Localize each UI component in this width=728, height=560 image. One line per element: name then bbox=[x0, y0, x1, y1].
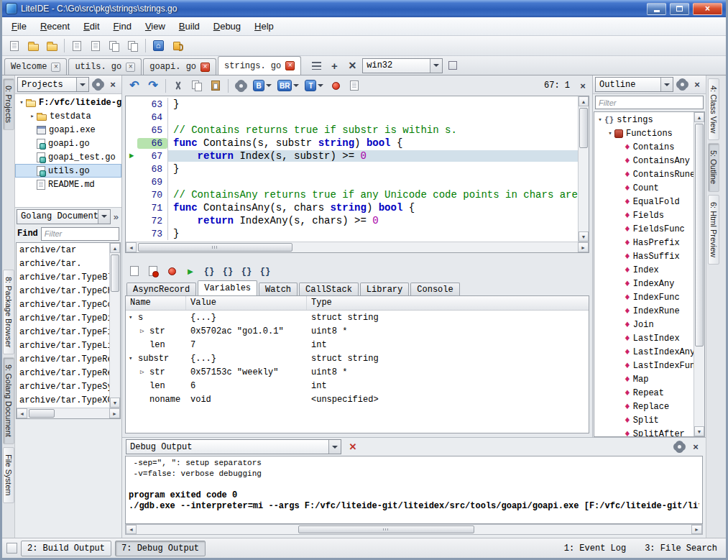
overflow-chevron-icon[interactable]: » bbox=[112, 211, 120, 222]
variable-row[interactable]: len6int bbox=[126, 379, 589, 393]
outline-tree-item[interactable]: Fields bbox=[594, 208, 694, 222]
output-menu-button[interactable] bbox=[673, 441, 686, 454]
dock-tab-5-outline[interactable]: 5: Outline bbox=[708, 143, 719, 191]
new-file-button[interactable] bbox=[6, 37, 23, 55]
menu-file[interactable]: File bbox=[5, 18, 33, 35]
run-to-line-button[interactable] bbox=[257, 263, 273, 279]
tab-utils-go[interactable]: utils. go× bbox=[68, 58, 142, 75]
output-hscrollbar[interactable]: ◄ ► bbox=[125, 524, 703, 535]
outline-tree-item[interactable]: IndexAny bbox=[594, 277, 694, 290]
build-t-button[interactable]: T bbox=[303, 78, 326, 93]
redo-button[interactable]: ↷ bbox=[144, 77, 162, 94]
clear-output-button[interactable]: ✕ bbox=[345, 439, 361, 455]
variable-row[interactable]: ▾s{...}struct string bbox=[126, 311, 589, 324]
combo-dropdown-button[interactable] bbox=[76, 78, 88, 91]
step-into-button[interactable] bbox=[201, 263, 217, 279]
variable-row[interactable]: ▷str0x5702ac "go1.0.1"uint8 * bbox=[126, 324, 589, 338]
column-header-type[interactable]: Type bbox=[307, 296, 589, 310]
scroll-down-button[interactable]: ▼ bbox=[694, 426, 704, 436]
scrollbar-track[interactable] bbox=[27, 408, 109, 418]
line-number[interactable]: 70 bbox=[137, 190, 167, 201]
home-button[interactable]: ⌂ bbox=[149, 37, 167, 55]
dock-tab-4-class-view[interactable]: 4: Class View bbox=[708, 78, 719, 140]
continue-button[interactable] bbox=[183, 263, 198, 279]
scroll-up-button[interactable]: ▲ bbox=[110, 243, 120, 253]
tab-goapi-go[interactable]: goapi. go× bbox=[143, 58, 216, 75]
outline-tree-item[interactable]: HasPrefix bbox=[594, 236, 694, 249]
menu-find[interactable]: Find bbox=[107, 18, 138, 35]
expander-icon[interactable]: ▾ bbox=[596, 116, 604, 124]
liteide-env-button[interactable] bbox=[168, 37, 185, 55]
scroll-right-button[interactable]: ► bbox=[109, 408, 120, 418]
outline-tree-item[interactable]: ▾Functions bbox=[594, 127, 694, 140]
combo-dropdown-button[interactable] bbox=[660, 78, 673, 91]
variable-row[interactable]: len7int bbox=[126, 338, 589, 352]
scrollbar-thumb[interactable] bbox=[138, 243, 292, 252]
column-header-name[interactable]: Name bbox=[126, 296, 186, 310]
tab-welcome[interactable]: Welcome× bbox=[4, 58, 67, 75]
outline-tree-item[interactable]: Map bbox=[594, 372, 694, 386]
debug-tab-asyncrecord[interactable]: AsyncRecord bbox=[126, 283, 196, 295]
build-br-button[interactable]: BR bbox=[275, 78, 301, 93]
combo-dropdown-button[interactable] bbox=[430, 59, 442, 73]
insert-breakpoint-button[interactable] bbox=[164, 263, 180, 279]
tab-list-button[interactable] bbox=[308, 58, 324, 73]
scrollbar-thumb[interactable] bbox=[111, 254, 119, 292]
save-all-button[interactable] bbox=[106, 37, 123, 55]
outline-tree-item[interactable]: Repeat bbox=[594, 386, 694, 400]
line-number[interactable]: 67 bbox=[137, 151, 167, 162]
undo-button[interactable]: ↶ bbox=[126, 77, 143, 94]
scroll-up-button[interactable]: ▲ bbox=[694, 112, 704, 122]
tab-close-icon[interactable]: × bbox=[51, 63, 60, 72]
scroll-up-button[interactable]: ▲ bbox=[579, 96, 589, 106]
outline-tree-item[interactable]: FieldsFunc bbox=[594, 222, 694, 236]
project-tree-item[interactable]: ▾F:/vfc/liteide-g bbox=[15, 96, 121, 109]
scrollbar-track[interactable] bbox=[110, 253, 120, 398]
tab-close-icon[interactable]: × bbox=[285, 61, 295, 70]
line-number[interactable]: 72 bbox=[137, 216, 167, 226]
doc-list-item[interactable]: archive/tar bbox=[17, 244, 109, 257]
dock-tab-0-projects[interactable]: 0: Projects bbox=[3, 78, 14, 130]
scrollbar-track[interactable] bbox=[579, 106, 589, 231]
build-target-select[interactable]: win32 bbox=[362, 58, 443, 73]
expander-icon[interactable]: ▷ bbox=[140, 327, 149, 335]
outline-close-button[interactable]: × bbox=[691, 78, 704, 91]
menu-edit[interactable]: Edit bbox=[77, 18, 106, 35]
scrollbar-thumb[interactable] bbox=[695, 124, 704, 346]
outline-tree-item[interactable]: ContainsRune bbox=[594, 167, 694, 181]
export-button[interactable] bbox=[346, 77, 363, 94]
outline-view-select[interactable]: Outline bbox=[595, 77, 673, 92]
scroll-right-button[interactable]: ► bbox=[691, 525, 702, 534]
reload-file-button[interactable] bbox=[68, 37, 86, 55]
dock-tab-6-html-preview[interactable]: 6: Html Preview bbox=[708, 195, 719, 265]
doc-list-item[interactable]: archive/tar.TypeRegA bbox=[17, 367, 109, 380]
menu-build[interactable]: Build bbox=[172, 18, 206, 35]
debug-tab-callstack[interactable]: CallStack bbox=[299, 283, 359, 295]
outline-tree-item[interactable]: LastIndexFunc bbox=[594, 359, 694, 372]
titlebar[interactable]: LiteIDE - C:\Go\src\pkg\strings\strings.… bbox=[2, 0, 726, 17]
outline-tree-item[interactable]: LastIndexAny bbox=[594, 345, 694, 359]
scroll-left-button[interactable]: ◄ bbox=[126, 525, 137, 534]
scroll-left-button[interactable]: ◄ bbox=[126, 242, 137, 252]
variable-row[interactable]: ▾substr{...}struct string bbox=[126, 352, 589, 365]
outline-tree-item[interactable]: Replace bbox=[594, 400, 694, 413]
line-number[interactable]: 66 bbox=[137, 138, 167, 149]
project-tree-item[interactable]: goapi_test.go bbox=[15, 150, 121, 164]
line-number[interactable]: 68 bbox=[137, 164, 167, 175]
project-tree-item[interactable]: ▸testdata bbox=[15, 109, 121, 123]
outline-tree-item[interactable]: Join bbox=[594, 318, 694, 331]
expander-icon[interactable]: ▷ bbox=[140, 368, 149, 376]
output-view-select[interactable]: Debug Output bbox=[126, 439, 341, 454]
outline-filter-input[interactable] bbox=[595, 96, 704, 109]
line-number[interactable]: 69 bbox=[137, 177, 167, 188]
doc-list-item[interactable]: archive/tar. bbox=[17, 257, 109, 271]
doc-list-hscrollbar[interactable]: ◄ ► bbox=[17, 408, 120, 418]
menu-debug[interactable]: Debug bbox=[207, 18, 247, 35]
tab-close-icon[interactable]: × bbox=[201, 63, 210, 72]
copy-button[interactable] bbox=[188, 77, 206, 94]
cut-button[interactable] bbox=[170, 77, 187, 94]
status-3-file-search[interactable]: 3: File Search bbox=[645, 543, 717, 554]
column-header-value[interactable]: Value bbox=[186, 296, 307, 310]
doc-list-item[interactable]: archive/tar.TypeSymlink bbox=[17, 380, 109, 394]
doc-filter-input[interactable] bbox=[41, 227, 119, 241]
